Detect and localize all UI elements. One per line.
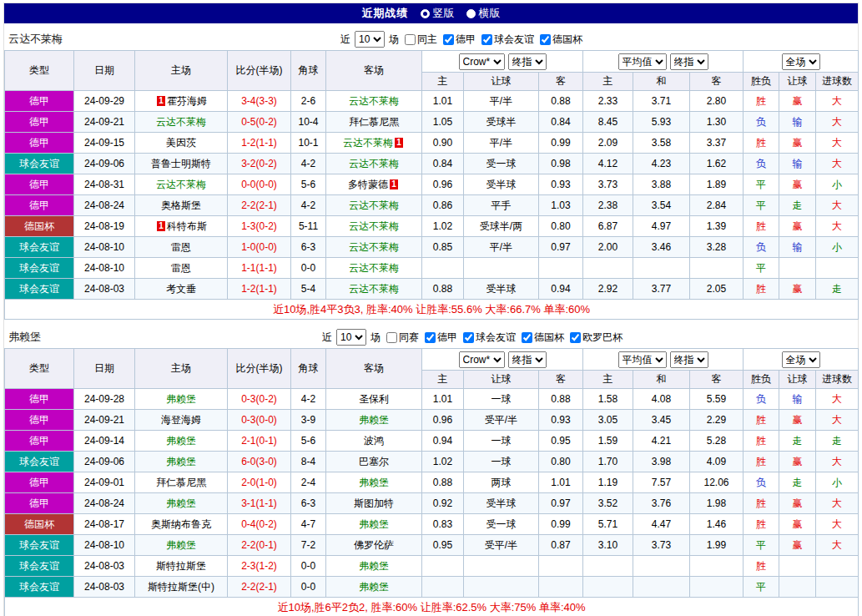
corners: 0-0 [291,258,326,279]
odds-away [539,556,583,577]
result-handicap: 赢 [779,410,816,431]
scope-select[interactable]: 全场 [782,351,820,368]
match-score: 3-2(0-2) [228,154,291,174]
odds-handicap: 一球 [464,452,539,472]
avg-home: 2.09 [583,133,633,154]
match-date: 24-08-17 [74,514,135,535]
avg-draw: 3.54 [633,195,690,216]
checkbox-icon[interactable] [425,332,436,343]
result-outcome: 胜 [744,452,779,472]
away-team: 弗赖堡 [326,410,422,431]
away-team: 云达不莱梅 [326,154,422,174]
result-goals: 大 [816,216,859,237]
filter-checkbox[interactable]: 德甲 [425,331,457,345]
average-final-select[interactable]: 终指 [670,53,708,70]
match-date: 24-08-03 [74,577,135,598]
avg-away: 12.06 [690,472,744,493]
odds-final-select[interactable]: 终指 [508,351,547,368]
team-label: 斯图加特 [354,497,394,509]
result-goals: 大 [816,514,859,535]
column-header: 主 [422,73,464,91]
odds-final-select[interactable]: 终指 [508,53,547,70]
match-type: 德甲 [5,410,74,431]
result-goals: 大 [816,195,859,216]
corners: 5-4 [291,279,326,300]
away-team: 云达不莱梅 [326,195,422,216]
home-team: 斯特拉斯堡 [135,556,228,577]
avg-home: 4.12 [583,154,633,174]
corners: 5-6 [291,174,326,195]
checkbox-icon[interactable] [443,34,454,45]
checkbox-icon[interactable] [540,34,551,45]
team-section: 云达不莱梅近10场同主德甲球会友谊德国杯类型日期主场比分(半场)角球客场Crow… [4,28,858,320]
odds-group-header: Crow*终指 [422,349,583,371]
checkbox-icon[interactable] [570,332,581,343]
recent-count-select[interactable]: 10 [336,329,366,346]
checkbox-icon[interactable] [481,34,492,45]
summary-text: 近10场,胜4平3负3, 胜率:40% 让胜率:55.6% 大率:66.7% 单… [5,300,859,320]
team-label: 云达不莱梅 [156,116,206,128]
checkbox-label: 德国杯 [534,331,564,345]
average-select[interactable]: 平均值 [618,351,667,368]
match-date: 24-08-24 [74,195,135,216]
avg-draw: 7.57 [633,472,690,493]
match-score: 1-1(1-1) [228,258,291,279]
odds-source-select[interactable]: Crow* [459,53,505,70]
summary-text: 近10场,胜6平2负2, 胜率:60% 让胜率:62.5% 大率:75% 单率:… [5,598,859,616]
home-team: 海登海姆 [135,410,228,431]
filter-checkbox[interactable]: 球会友谊 [463,331,516,345]
match-date: 24-09-06 [74,452,135,472]
odds-source-select[interactable]: Crow* [459,351,505,368]
result-handicap: 赢 [779,452,816,472]
filter-checkbox[interactable]: 球会友谊 [481,33,534,47]
recent-count-select[interactable]: 10 [355,31,385,48]
team-label: 霍芬海姆 [167,95,207,107]
result-outcome: 平 [744,258,779,279]
filter-checkbox[interactable]: 同主 [405,33,437,47]
away-team: 弗赖堡 [326,577,422,598]
odds-away: 0.99 [539,133,583,154]
filter-checkbox[interactable]: 德国杯 [540,33,582,47]
result-goals: 小 [816,472,859,493]
filter-checkbox[interactable]: 同赛 [386,331,419,345]
filter-checkbox[interactable]: 德国杯 [522,331,564,345]
result-outcome: 平 [744,535,779,556]
match-row: 德甲24-09-15美因茨1-2(1-1)10-1云达不莱梅10.90平/半0.… [5,133,859,154]
filter-checkbox[interactable]: 德甲 [443,33,476,47]
avg-draw: 3.58 [633,133,690,154]
checkbox-icon[interactable] [463,332,474,343]
corners: 4-2 [291,195,326,216]
match-date: 24-09-28 [74,389,135,410]
column-header: 让球 [464,371,539,389]
average-select[interactable]: 平均值 [618,53,667,70]
scope-select[interactable]: 全场 [782,53,820,70]
odds-home: 1.01 [422,389,464,410]
recent-label: 近 [322,331,332,345]
odds-away: 0.84 [539,112,583,133]
odds-home: 0.88 [422,279,464,300]
match-row: 球会友谊24-08-03斯特拉斯堡(中)2-2(2-1)0-0弗赖堡平 [5,577,859,598]
filter-checkbox[interactable]: 欧罗巴杯 [570,331,623,345]
avg-draw: 4.23 [633,154,690,174]
view-option-vertical[interactable]: 竖版 [421,6,455,21]
checkbox-icon[interactable] [405,34,416,45]
average-final-select[interactable]: 终指 [670,351,708,368]
avg-away: 1.62 [690,154,744,174]
avg-draw: 3.45 [633,410,690,431]
checkbox-icon[interactable] [522,332,532,343]
odds-home: 1.05 [422,112,464,133]
result-handicap [779,258,816,279]
match-date: 24-08-10 [74,258,135,279]
team-label: 弗赖堡 [166,497,196,509]
team-label: 云达不莱梅 [349,158,399,169]
result-outcome: 胜 [744,91,779,112]
team-name: 弗赖堡 [8,330,41,345]
match-date: 24-09-21 [74,410,135,431]
view-option-label: 横版 [479,6,501,21]
view-option-horizontal[interactable]: 横版 [466,6,501,21]
match-score: 0-4(0-2) [228,514,291,535]
checkbox-icon[interactable] [386,332,397,343]
match-score: 0-3(0-2) [228,389,291,410]
corners: 7-2 [291,535,326,556]
match-date: 24-09-15 [74,133,135,154]
